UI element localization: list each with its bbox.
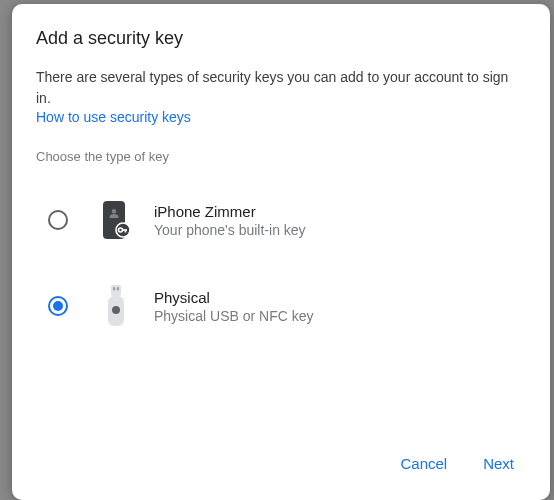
radio-phone[interactable] <box>48 210 68 230</box>
option-physical-subtitle: Physical USB or NFC key <box>154 308 313 324</box>
dialog-footer: Cancel Next <box>36 439 526 484</box>
svg-rect-5 <box>111 285 121 296</box>
option-phone-subtitle: Your phone's built-in key <box>154 222 306 238</box>
cancel-button[interactable]: Cancel <box>396 447 451 480</box>
svg-point-9 <box>112 306 120 314</box>
svg-rect-6 <box>113 287 115 291</box>
option-physical[interactable]: Physical Physical USB or NFC key <box>36 276 526 336</box>
phone-key-icon <box>96 200 136 240</box>
next-button[interactable]: Next <box>479 447 518 480</box>
add-security-key-dialog: Add a security key There are several typ… <box>12 4 550 500</box>
option-physical-title: Physical <box>154 289 313 306</box>
dialog-intro: There are several types of security keys… <box>36 67 526 109</box>
option-phone-title: iPhone Zimmer <box>154 203 306 220</box>
radio-physical[interactable] <box>48 296 68 316</box>
choose-label: Choose the type of key <box>36 149 526 164</box>
usb-key-icon <box>96 284 136 328</box>
svg-rect-7 <box>117 287 119 291</box>
dialog-title: Add a security key <box>36 28 526 49</box>
option-phone[interactable]: iPhone Zimmer Your phone's built-in key <box>36 192 526 248</box>
help-link[interactable]: How to use security keys <box>36 109 526 125</box>
